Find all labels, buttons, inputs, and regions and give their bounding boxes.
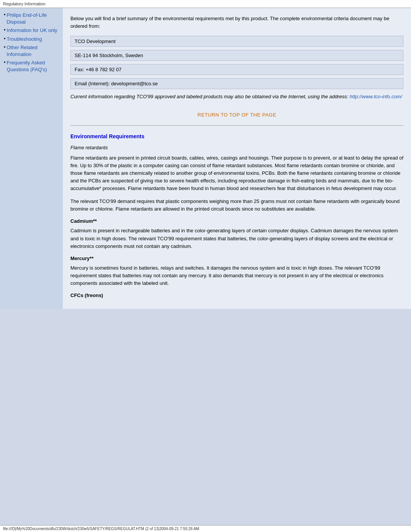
sidebar-item-faq: • Frequently Asked Questions (FAQ's) xyxy=(3,59,60,73)
flame-body-1: Flame retardants are present in printed … xyxy=(70,154,403,193)
sidebar-nav: • Philips End-of-Life Disposal • Informa… xyxy=(3,12,60,73)
address-stockholm: SE-114 94 Stockholm, Sweden xyxy=(70,50,403,61)
main-content: Below you will find a brief summary of t… xyxy=(63,8,411,309)
cfcs-title: CFCs (freons) xyxy=(70,292,403,298)
intro-paragraph: Below you will find a brief summary of t… xyxy=(70,15,403,30)
bullet-icon: • xyxy=(4,59,6,65)
sidebar-link-philips-end-of-life[interactable]: Philips End-of-Life Disposal xyxy=(7,12,60,26)
sidebar-item-philips-end-of-life: • Philips End-of-Life Disposal xyxy=(3,12,60,26)
section-divider xyxy=(70,125,403,126)
italic-note: Current information regarding TCO'99 app… xyxy=(70,93,403,101)
cadmium-body: Cadmium is present in rechargeable batte… xyxy=(70,227,403,250)
sidebar-item-troubleshooting: • Troubleshooting xyxy=(3,36,60,43)
cadmium-title: Cadmium** xyxy=(70,218,403,224)
address-line-4: Email (Internet): development@tco.se xyxy=(75,81,158,86)
sidebar-link-information-uk[interactable]: Information for UK only xyxy=(7,27,57,34)
flame-retardants-subtitle: Flame retardants xyxy=(70,145,403,150)
bullet-icon: • xyxy=(4,44,6,50)
address-line-1: TCO Development xyxy=(75,38,116,44)
top-bar: Regulatory Information xyxy=(0,0,411,8)
address-tco-development: TCO Development xyxy=(70,36,403,47)
address-fax: Fax: +46 8 782 92 07 xyxy=(70,64,403,75)
sidebar-item-information-uk: • Information for UK only xyxy=(3,27,60,34)
sidebar-link-other-related[interactable]: Other Related Information xyxy=(7,44,60,58)
mercury-title: Mercury** xyxy=(70,256,403,261)
page-layout: • Philips End-of-Life Disposal • Informa… xyxy=(0,8,411,309)
mercury-body: Mercury is sometimes found in batteries,… xyxy=(70,264,403,287)
sidebar: • Philips End-of-Life Disposal • Informa… xyxy=(0,8,63,309)
sidebar-item-other-related: • Other Related Information xyxy=(3,44,60,58)
address-email: Email (Internet): development@tco.se xyxy=(70,78,403,89)
bullet-icon: • xyxy=(4,36,6,42)
italic-note-text: Current information regarding TCO'99 app… xyxy=(70,94,350,99)
sidebar-link-faq[interactable]: Frequently Asked Questions (FAQ's) xyxy=(7,59,60,73)
flame-body-2: The relevant TCO'99 demand requires that… xyxy=(70,198,403,213)
return-to-top-section: RETURN TO TOP OF THE PAGE xyxy=(70,112,403,118)
bullet-icon: • xyxy=(4,27,6,33)
address-line-2: SE-114 94 Stockholm, Sweden xyxy=(75,53,143,58)
tco-info-link[interactable]: http://www.tco-info.com/ xyxy=(350,94,402,99)
return-to-top-link[interactable]: RETURN TO TOP OF THE PAGE xyxy=(198,112,276,118)
top-bar-label: Regulatory Information xyxy=(3,2,45,6)
address-line-3: Fax: +46 8 782 92 07 xyxy=(75,67,121,72)
bullet-icon: • xyxy=(4,12,6,18)
sidebar-link-troubleshooting[interactable]: Troubleshooting xyxy=(7,36,42,43)
environmental-requirements-title: Environmental Requirements xyxy=(70,133,403,139)
